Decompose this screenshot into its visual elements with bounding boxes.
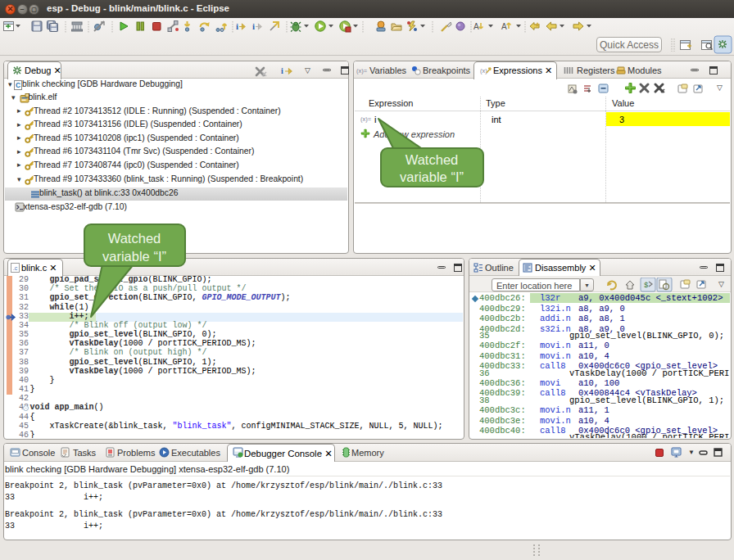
svg-text:i: i bbox=[252, 21, 255, 31]
svg-text:A: A bbox=[501, 22, 507, 31]
svg-text:A: A bbox=[473, 22, 479, 31]
svg-text:C: C bbox=[16, 81, 20, 89]
svg-text:(x): (x) bbox=[480, 67, 487, 75]
svg-text:.c: .c bbox=[13, 265, 18, 271]
svg-text:variable “I”: variable “I” bbox=[400, 169, 464, 184]
svg-text:$: $ bbox=[644, 282, 649, 290]
svg-text:(x)=: (x)= bbox=[356, 67, 368, 75]
svg-text:Watched: Watched bbox=[108, 231, 161, 246]
svg-text:i: i bbox=[281, 66, 283, 75]
svg-text:variable “I”: variable “I” bbox=[102, 249, 166, 264]
svg-text:Watched: Watched bbox=[406, 152, 459, 167]
svg-text:i: i bbox=[236, 21, 238, 31]
